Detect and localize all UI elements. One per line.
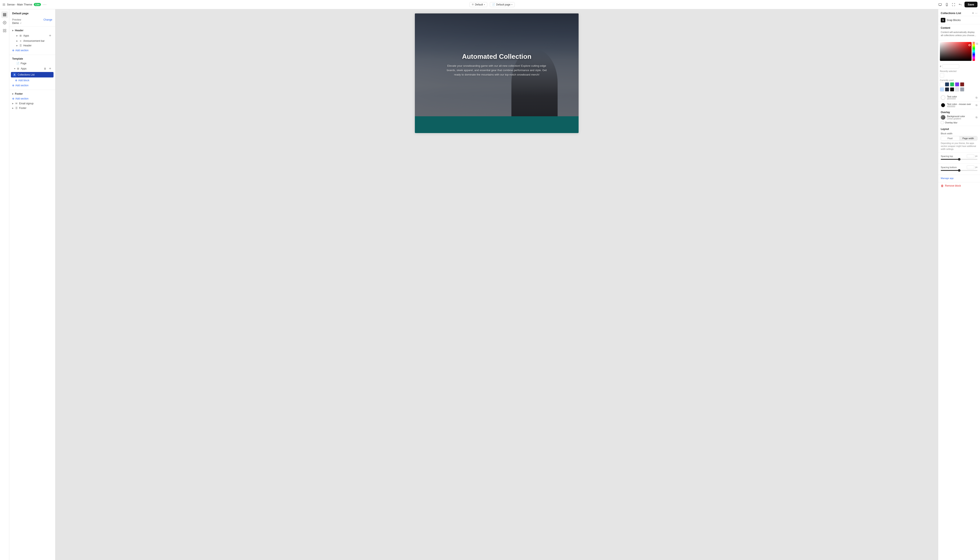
- demo-label: Demo: [12, 22, 19, 25]
- mobile-icon[interactable]: [944, 2, 949, 7]
- header-item[interactable]: ▶ ☰ Header: [9, 43, 55, 48]
- list-icon[interactable]: ≡: [972, 11, 974, 15]
- template-section-header: Template: [9, 57, 55, 61]
- page-item[interactable]: 📄 Page: [9, 61, 55, 66]
- copy-icon[interactable]: ⧉: [976, 42, 978, 45]
- overlay-color-circle[interactable]: [941, 115, 945, 120]
- text-color-mouse-row[interactable]: Text color - mouse over #000000 ⧉: [938, 102, 980, 109]
- svg-rect-4: [3, 15, 6, 15]
- page-width-option[interactable]: Page width: [959, 136, 977, 140]
- swatch-white[interactable]: [940, 73, 944, 77]
- spacing-bottom-label: Spacing bottom: [941, 166, 957, 168]
- swatch-3[interactable]: [950, 82, 954, 87]
- footer-item[interactable]: ▶ ☰ Footer: [9, 106, 55, 110]
- announcement-bar-item[interactable]: ▶ ≡ Announcement bar: [9, 38, 55, 43]
- eye-icon[interactable]: 👁: [48, 67, 52, 71]
- add-section-footer-btn[interactable]: ⊕ Add section: [9, 96, 55, 101]
- fluid-option[interactable]: Fluid: [941, 136, 959, 140]
- default-page-dropdown[interactable]: 📄 Default page ▾: [490, 2, 515, 7]
- color-gradient[interactable]: [940, 42, 972, 61]
- more-icon[interactable]: ···: [975, 11, 977, 15]
- topbar-right: Save: [938, 2, 977, 7]
- preview-section: Preview Change Demo ↗: [9, 17, 55, 26]
- hex-input[interactable]: FFFFFF: [942, 64, 959, 68]
- swatch-4[interactable]: [955, 82, 959, 87]
- email-signup-label: Email signup: [19, 102, 33, 105]
- save-button[interactable]: Save: [965, 2, 977, 7]
- collections-list-item[interactable]: A Collections List: [11, 72, 53, 77]
- canvas-inner: Automated Collection Elevate your snowbo…: [415, 13, 578, 133]
- assign-icon[interactable]: ⧉: [976, 96, 977, 99]
- swatch-1[interactable]: [940, 82, 944, 87]
- swatch-6[interactable]: [940, 87, 944, 92]
- eye-icon[interactable]: 👁: [48, 33, 52, 38]
- spacing-bottom-input[interactable]: 36: [967, 165, 974, 169]
- opacity-slider[interactable]: ⧉: [976, 42, 978, 61]
- svg-rect-10: [5, 31, 6, 32]
- content-section: Content Content will automatically displ…: [938, 24, 980, 40]
- spacing-top-unit: px: [975, 155, 977, 157]
- footer-label: Footer: [19, 107, 27, 110]
- currently-used: Currently used: [938, 78, 980, 92]
- assign-icon-2[interactable]: ⧉: [976, 104, 977, 107]
- apps-header-item[interactable]: ▶ ⊞ Apps 👁: [9, 33, 55, 38]
- spacing-top-label: Spacing top: [941, 155, 953, 157]
- spacing-top-slider[interactable]: [941, 159, 977, 160]
- add-section-header-btn[interactable]: ⊕ Add section: [9, 48, 55, 53]
- more-options-button[interactable]: ···: [43, 3, 47, 7]
- icon-bar: [0, 9, 9, 560]
- page-label: Page: [20, 62, 27, 65]
- spacing-top-thumb[interactable]: [958, 158, 960, 160]
- undo-icon[interactable]: [958, 2, 963, 7]
- svg-point-2: [947, 5, 947, 5]
- devices-icon[interactable]: [938, 2, 943, 7]
- add-section-template-btn[interactable]: ⊕ Add section: [9, 83, 55, 88]
- sections-icon[interactable]: [1, 11, 8, 18]
- swatch-5[interactable]: [960, 82, 964, 87]
- settings-icon[interactable]: [1, 19, 8, 26]
- overlay-assign-icon[interactable]: ⧉: [976, 116, 977, 119]
- spacing-bottom-slider[interactable]: [941, 170, 977, 171]
- layout-desc: Depending on your theme, the apps sectio…: [941, 142, 977, 151]
- spacing-bottom-section: Spacing bottom 36 px: [938, 164, 980, 175]
- topbar-left: ⊞ Sense - Main Theme Live ···: [3, 3, 47, 7]
- swatch-2[interactable]: [945, 82, 949, 87]
- apps-icon[interactable]: [1, 27, 8, 34]
- footer-section-label: Footer: [15, 92, 23, 95]
- email-signup-item[interactable]: ▶ ✉ Email signup: [9, 101, 55, 106]
- swatch-9[interactable]: [955, 87, 959, 92]
- manage-app-link: Manage app: [938, 175, 980, 182]
- hue-slider[interactable]: [972, 42, 975, 61]
- overlay-blur-checkbox[interactable]: [941, 121, 944, 124]
- footer-icon: ☰: [15, 107, 18, 110]
- preview-row: Preview Change: [12, 18, 52, 21]
- apps-template-item[interactable]: ▾ ⊞ Apps 🗑 👁: [9, 66, 55, 72]
- default-dropdown[interactable]: ⚙ Default ▾: [470, 2, 487, 7]
- spacing-bottom-thumb[interactable]: [958, 169, 960, 172]
- page-icon: 📄: [17, 62, 19, 65]
- hue-thumb[interactable]: [972, 42, 975, 44]
- content-title: Content: [941, 27, 977, 29]
- remove-block-row[interactable]: 🗑 Remove block: [938, 182, 980, 189]
- add-block-btn[interactable]: ⊕ Add block: [9, 78, 55, 83]
- swatch-8[interactable]: [950, 87, 954, 92]
- color-picker-handle[interactable]: [968, 44, 970, 46]
- spacing-top-fill: [941, 159, 959, 160]
- add-block-label: Add block: [18, 79, 29, 82]
- block-width-label: Block width: [941, 132, 977, 135]
- layout-title: Layout: [941, 128, 977, 130]
- footer-group: ▶ Footer ⊕ Add section ▶ ✉ Email signup …: [9, 90, 55, 112]
- change-link[interactable]: Change: [43, 18, 52, 21]
- topbar-center: ⚙ Default ▾ 📄 Default page ▾: [470, 2, 515, 7]
- expand-icon[interactable]: [951, 2, 956, 7]
- text-color-row[interactable]: Text color #FFFFFF ⧉: [938, 94, 980, 102]
- right-panel-header: Collections List ≡ ···: [938, 9, 980, 16]
- text-color-circle: [941, 95, 945, 100]
- trash-icon[interactable]: 🗑: [43, 67, 47, 71]
- manage-app-anchor[interactable]: Manage app: [941, 177, 953, 180]
- swatch-7[interactable]: [945, 87, 949, 92]
- spacing-top-input[interactable]: 36: [967, 154, 974, 158]
- text-color-mouse-hex: #000000: [947, 105, 971, 108]
- overlay-bg-sub: Linear gradient: [947, 118, 965, 120]
- swatch-10[interactable]: [960, 87, 964, 92]
